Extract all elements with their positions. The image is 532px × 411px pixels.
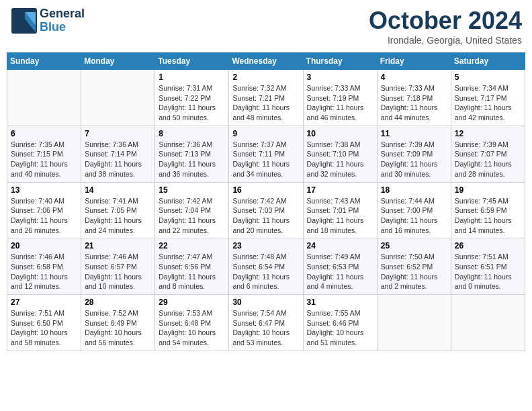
calendar-cell: 3Sunrise: 7:33 AM Sunset: 7:19 PM Daylig… <box>303 70 377 126</box>
calendar-cell: 22Sunrise: 7:47 AM Sunset: 6:56 PM Dayli… <box>155 238 229 295</box>
day-number: 10 <box>307 129 373 138</box>
header-day-thursday: Thursday <box>303 53 377 70</box>
title-block: October 2024 Irondale, Georgia, United S… <box>369 7 522 46</box>
calendar-cell <box>451 295 525 351</box>
calendar-cell: 28Sunrise: 7:52 AM Sunset: 6:49 PM Dayli… <box>81 295 155 351</box>
day-number: 20 <box>11 241 77 250</box>
day-number: 30 <box>232 298 299 307</box>
calendar-cell: 21Sunrise: 7:46 AM Sunset: 6:57 PM Dayli… <box>81 238 155 295</box>
day-number: 26 <box>455 241 521 250</box>
day-number: 12 <box>455 129 521 138</box>
day-number: 22 <box>159 241 225 250</box>
day-number: 15 <box>159 185 225 195</box>
calendar-body: 1Sunrise: 7:31 AM Sunset: 7:22 PM Daylig… <box>7 70 525 351</box>
day-info: Sunrise: 7:44 AM Sunset: 7:00 PM Dayligh… <box>381 196 447 236</box>
day-info: Sunrise: 7:35 AM Sunset: 7:15 PM Dayligh… <box>11 140 77 179</box>
week-row-5: 27Sunrise: 7:51 AM Sunset: 6:50 PM Dayli… <box>7 295 525 351</box>
calendar-cell: 7Sunrise: 7:36 AM Sunset: 7:14 PM Daylig… <box>81 126 155 182</box>
day-info: Sunrise: 7:52 AM Sunset: 6:49 PM Dayligh… <box>85 308 151 348</box>
day-info: Sunrise: 7:39 AM Sunset: 7:09 PM Dayligh… <box>381 140 447 179</box>
day-number: 18 <box>381 185 447 195</box>
header-day-wednesday: Wednesday <box>229 53 303 70</box>
day-number: 25 <box>381 241 447 250</box>
day-number: 6 <box>11 129 77 138</box>
week-row-3: 13Sunrise: 7:40 AM Sunset: 7:06 PM Dayli… <box>7 182 525 238</box>
day-number: 2 <box>232 73 299 82</box>
calendar-cell: 16Sunrise: 7:42 AM Sunset: 7:03 PM Dayli… <box>229 182 303 238</box>
calendar-cell: 2Sunrise: 7:32 AM Sunset: 7:21 PM Daylig… <box>229 70 303 126</box>
calendar-cell <box>7 70 81 126</box>
day-info: Sunrise: 7:49 AM Sunset: 6:53 PM Dayligh… <box>307 252 373 291</box>
calendar-cell: 26Sunrise: 7:51 AM Sunset: 6:51 PM Dayli… <box>451 238 525 295</box>
calendar-cell: 24Sunrise: 7:49 AM Sunset: 6:53 PM Dayli… <box>303 238 377 295</box>
calendar-cell: 8Sunrise: 7:36 AM Sunset: 7:13 PM Daylig… <box>155 126 229 182</box>
calendar-cell: 13Sunrise: 7:40 AM Sunset: 7:06 PM Dayli… <box>7 182 81 238</box>
day-number: 3 <box>307 73 373 82</box>
day-info: Sunrise: 7:41 AM Sunset: 7:05 PM Dayligh… <box>85 196 151 236</box>
calendar-cell <box>377 295 451 351</box>
calendar-cell: 1Sunrise: 7:31 AM Sunset: 7:22 PM Daylig… <box>155 70 229 126</box>
day-info: Sunrise: 7:46 AM Sunset: 6:58 PM Dayligh… <box>11 252 77 291</box>
day-info: Sunrise: 7:47 AM Sunset: 6:56 PM Dayligh… <box>159 252 225 291</box>
day-info: Sunrise: 7:38 AM Sunset: 7:10 PM Dayligh… <box>307 140 373 179</box>
day-number: 13 <box>11 185 77 195</box>
day-info: Sunrise: 7:34 AM Sunset: 7:17 PM Dayligh… <box>455 83 521 123</box>
calendar-cell: 6Sunrise: 7:35 AM Sunset: 7:15 PM Daylig… <box>7 126 81 182</box>
page-header: General Blue October 2024 Irondale, Geor… <box>7 7 525 46</box>
calendar-cell: 20Sunrise: 7:46 AM Sunset: 6:58 PM Dayli… <box>7 238 81 295</box>
logo-blue: Blue <box>40 21 85 34</box>
day-number: 28 <box>85 298 151 307</box>
day-info: Sunrise: 7:42 AM Sunset: 7:03 PM Dayligh… <box>232 196 299 236</box>
day-info: Sunrise: 7:39 AM Sunset: 7:07 PM Dayligh… <box>455 140 521 179</box>
day-info: Sunrise: 7:43 AM Sunset: 7:01 PM Dayligh… <box>307 196 373 236</box>
header-day-tuesday: Tuesday <box>155 53 229 70</box>
calendar-cell: 18Sunrise: 7:44 AM Sunset: 7:00 PM Dayli… <box>377 182 451 238</box>
calendar-cell: 9Sunrise: 7:37 AM Sunset: 7:11 PM Daylig… <box>229 126 303 182</box>
calendar-cell: 4Sunrise: 7:33 AM Sunset: 7:18 PM Daylig… <box>377 70 451 126</box>
header-row: SundayMondayTuesdayWednesdayThursdayFrid… <box>7 53 525 70</box>
week-row-2: 6Sunrise: 7:35 AM Sunset: 7:15 PM Daylig… <box>7 126 525 182</box>
day-info: Sunrise: 7:55 AM Sunset: 6:46 PM Dayligh… <box>307 308 373 348</box>
calendar-cell: 10Sunrise: 7:38 AM Sunset: 7:10 PM Dayli… <box>303 126 377 182</box>
header-day-friday: Friday <box>377 53 451 70</box>
calendar-cell: 23Sunrise: 7:48 AM Sunset: 6:54 PM Dayli… <box>229 238 303 295</box>
day-info: Sunrise: 7:36 AM Sunset: 7:13 PM Dayligh… <box>159 140 225 179</box>
calendar-cell: 11Sunrise: 7:39 AM Sunset: 7:09 PM Dayli… <box>377 126 451 182</box>
calendar-cell: 15Sunrise: 7:42 AM Sunset: 7:04 PM Dayli… <box>155 182 229 238</box>
calendar-cell: 12Sunrise: 7:39 AM Sunset: 7:07 PM Dayli… <box>451 126 525 182</box>
calendar-cell: 19Sunrise: 7:45 AM Sunset: 6:59 PM Dayli… <box>451 182 525 238</box>
day-info: Sunrise: 7:51 AM Sunset: 6:50 PM Dayligh… <box>11 308 77 348</box>
day-info: Sunrise: 7:54 AM Sunset: 6:47 PM Dayligh… <box>232 308 299 348</box>
day-info: Sunrise: 7:40 AM Sunset: 7:06 PM Dayligh… <box>11 196 77 236</box>
calendar-cell: 25Sunrise: 7:50 AM Sunset: 6:52 PM Dayli… <box>377 238 451 295</box>
header-day-saturday: Saturday <box>451 53 525 70</box>
calendar-cell: 5Sunrise: 7:34 AM Sunset: 7:17 PM Daylig… <box>451 70 525 126</box>
day-number: 29 <box>159 298 225 307</box>
calendar-cell: 17Sunrise: 7:43 AM Sunset: 7:01 PM Dayli… <box>303 182 377 238</box>
day-number: 17 <box>307 185 373 195</box>
calendar-header: SundayMondayTuesdayWednesdayThursdayFrid… <box>7 53 525 70</box>
day-number: 23 <box>232 241 299 250</box>
day-number: 31 <box>307 298 373 307</box>
day-info: Sunrise: 7:51 AM Sunset: 6:51 PM Dayligh… <box>455 252 521 291</box>
day-number: 8 <box>159 129 225 138</box>
day-number: 9 <box>232 129 299 138</box>
day-info: Sunrise: 7:42 AM Sunset: 7:04 PM Dayligh… <box>159 196 225 236</box>
logo-text: General Blue <box>40 7 85 34</box>
day-info: Sunrise: 7:33 AM Sunset: 7:18 PM Dayligh… <box>381 83 447 123</box>
header-day-sunday: Sunday <box>7 53 81 70</box>
day-number: 16 <box>232 185 299 195</box>
month-title: October 2024 <box>369 7 522 35</box>
day-number: 24 <box>307 241 373 250</box>
day-number: 27 <box>11 298 77 307</box>
day-info: Sunrise: 7:33 AM Sunset: 7:19 PM Dayligh… <box>307 83 373 123</box>
calendar-cell: 14Sunrise: 7:41 AM Sunset: 7:05 PM Dayli… <box>81 182 155 238</box>
calendar-cell <box>81 70 155 126</box>
calendar-table: SundayMondayTuesdayWednesdayThursdayFrid… <box>7 52 525 351</box>
day-number: 11 <box>381 129 447 138</box>
day-info: Sunrise: 7:36 AM Sunset: 7:14 PM Dayligh… <box>85 140 151 179</box>
calendar-cell: 29Sunrise: 7:53 AM Sunset: 6:48 PM Dayli… <box>155 295 229 351</box>
day-number: 7 <box>85 129 151 138</box>
day-number: 14 <box>85 185 151 195</box>
logo: General Blue <box>10 7 85 35</box>
